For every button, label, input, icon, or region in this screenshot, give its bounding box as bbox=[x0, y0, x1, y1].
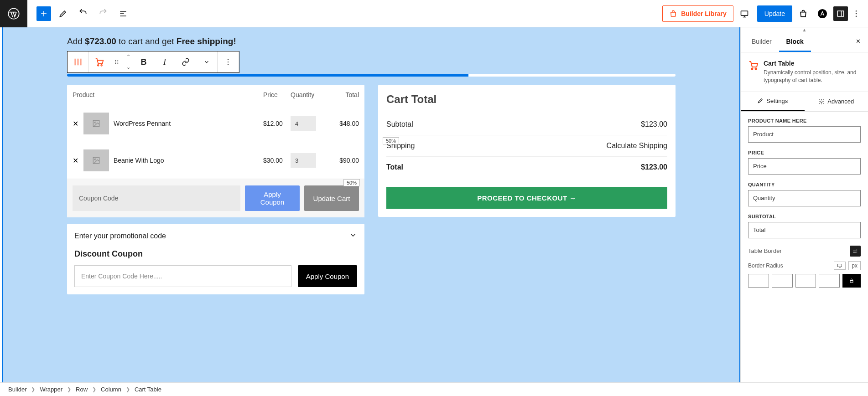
svg-point-12 bbox=[117, 62, 118, 62]
chevron-down-icon[interactable] bbox=[349, 231, 357, 241]
bag-icon[interactable] bbox=[795, 5, 811, 22]
builder-library-button[interactable]: Builder Library bbox=[662, 5, 733, 22]
advanced-subtab[interactable]: Advanced bbox=[805, 92, 868, 111]
redo-button[interactable] bbox=[95, 5, 111, 22]
settings-subtab[interactable]: Settings bbox=[741, 92, 805, 111]
unit-px[interactable]: px bbox=[848, 261, 861, 270]
breadcrumb-item[interactable]: Column bbox=[101, 386, 121, 393]
update-button[interactable]: Update bbox=[757, 5, 792, 22]
proceed-checkout-button[interactable]: PROCEED TO CHECKOUT → bbox=[386, 187, 667, 209]
total-label: Total bbox=[386, 163, 403, 171]
breadcrumb-item[interactable]: Builder bbox=[8, 386, 26, 393]
block-more-icon[interactable] bbox=[218, 51, 239, 72]
product-thumb bbox=[83, 113, 109, 134]
radius-input[interactable] bbox=[819, 274, 840, 288]
cart-block-icon[interactable] bbox=[89, 51, 110, 72]
svg-point-22 bbox=[752, 68, 753, 70]
coupon-code-input[interactable]: Coupon Code bbox=[73, 185, 240, 211]
header-price: Price bbox=[263, 91, 291, 98]
svg-point-2 bbox=[818, 9, 827, 18]
svg-point-15 bbox=[228, 59, 229, 60]
settings-gear-icon[interactable] bbox=[850, 246, 861, 257]
svg-point-13 bbox=[115, 63, 116, 64]
responsive-icon[interactable] bbox=[834, 262, 846, 270]
quantity-input[interactable]: 4 bbox=[291, 116, 316, 131]
subtotal-input[interactable] bbox=[748, 222, 861, 238]
radius-input[interactable] bbox=[748, 274, 769, 288]
product-name: Beanie With Logo bbox=[114, 157, 263, 164]
product-name-input[interactable] bbox=[748, 126, 861, 143]
undo-button[interactable] bbox=[75, 5, 91, 22]
builder-tab[interactable]: Builder bbox=[744, 32, 779, 52]
table-row: ✕ WordPress Pennant $12.00 4 $48.00 bbox=[67, 105, 364, 142]
table-border-label: Table Border bbox=[748, 247, 782, 254]
bold-button[interactable]: B bbox=[133, 51, 154, 72]
svg-point-8 bbox=[101, 65, 102, 66]
breadcrumb-item[interactable]: Cart Table bbox=[135, 386, 161, 393]
product-price: $30.00 bbox=[263, 157, 291, 164]
apply-promo-button[interactable]: Apply Coupon bbox=[298, 265, 357, 287]
svg-rect-26 bbox=[850, 280, 853, 283]
cart-total-card: Cart Total Subtotal $123.00 Shipping Cal… bbox=[378, 85, 676, 217]
price-input[interactable] bbox=[748, 158, 861, 175]
list-view-icon[interactable] bbox=[115, 5, 131, 22]
add-block-button[interactable] bbox=[36, 6, 51, 21]
row-subtotal: $90.00 bbox=[332, 157, 359, 164]
table-row: ✕ Beanie With Logo $30.00 3 $90.00 bbox=[67, 142, 364, 179]
apply-coupon-button[interactable]: ApplyCoupon bbox=[245, 185, 300, 211]
subtotal-field-label: SUBTOTAL bbox=[748, 214, 861, 219]
quantity-field-label: QUANTITY bbox=[748, 182, 861, 187]
cart-total-title: Cart Total bbox=[386, 93, 667, 106]
update-cart-button[interactable]: Update Cart 50% bbox=[304, 185, 359, 211]
breadcrumb: Builder❯ Wrapper❯ Row❯ Column❯ Cart Tabl… bbox=[0, 382, 868, 396]
promo-code-card: Enter your promotional code Discount Cou… bbox=[67, 224, 364, 294]
more-menu-icon[interactable] bbox=[848, 5, 864, 22]
remove-item-button[interactable]: ✕ bbox=[73, 119, 83, 128]
free-shipping-banner: Add $723.00 to cart and get Free shippin… bbox=[67, 36, 676, 46]
columns-icon[interactable] bbox=[68, 51, 88, 72]
svg-rect-3 bbox=[837, 11, 844, 16]
radius-input[interactable] bbox=[795, 274, 816, 288]
cart-table-icon bbox=[748, 60, 759, 84]
breadcrumb-item[interactable]: Wrapper bbox=[40, 386, 62, 393]
lock-icon[interactable] bbox=[842, 274, 861, 288]
desktop-view-icon[interactable] bbox=[736, 5, 753, 22]
svg-point-14 bbox=[117, 63, 118, 64]
product-name: WordPress Pennant bbox=[114, 120, 263, 127]
svg-point-23 bbox=[755, 68, 757, 70]
subtotal-value: $123.00 bbox=[641, 120, 667, 129]
percent-badge: 50% bbox=[343, 179, 360, 186]
top-toolbar: Builder Library Update bbox=[0, 0, 868, 27]
link-button[interactable] bbox=[175, 51, 196, 72]
svg-point-16 bbox=[228, 62, 229, 62]
svg-point-21 bbox=[94, 159, 96, 160]
svg-point-11 bbox=[115, 62, 116, 62]
block-tab[interactable]: Block bbox=[779, 32, 811, 52]
svg-point-17 bbox=[228, 64, 229, 65]
dropdown-button[interactable] bbox=[196, 51, 217, 72]
subtotal-label: Subtotal bbox=[386, 120, 413, 129]
calculate-shipping-link[interactable]: Calculate Shipping bbox=[607, 142, 667, 150]
product-price: $12.00 bbox=[263, 120, 291, 127]
remove-item-button[interactable]: ✕ bbox=[73, 156, 83, 165]
scroll-up-icon[interactable]: ▲ bbox=[741, 27, 868, 32]
edit-icon[interactable] bbox=[55, 5, 71, 22]
block-name: Cart Table bbox=[764, 60, 861, 67]
quantity-input-field[interactable] bbox=[748, 190, 861, 206]
svg-point-4 bbox=[856, 10, 857, 11]
close-sidebar-icon[interactable]: ✕ bbox=[852, 32, 864, 52]
italic-button[interactable]: I bbox=[154, 51, 175, 72]
breadcrumb-item[interactable]: Row bbox=[76, 386, 88, 393]
quantity-input[interactable]: 3 bbox=[291, 153, 316, 168]
sidebar-toggle-icon[interactable] bbox=[833, 6, 848, 21]
promo-code-input[interactable]: Enter Coupon Code Here..... bbox=[74, 265, 291, 287]
radius-input[interactable] bbox=[772, 274, 793, 288]
circle-a-icon[interactable] bbox=[814, 5, 831, 22]
wordpress-logo[interactable] bbox=[0, 0, 27, 27]
shipping-percent-badge: 50% bbox=[383, 137, 399, 144]
cart-table: Product Price Quantity Total ✕ WordPress… bbox=[67, 85, 364, 217]
product-thumb bbox=[83, 149, 109, 171]
drag-handle-icon[interactable] bbox=[110, 51, 124, 72]
move-arrows[interactable]: ⌃⌄ bbox=[124, 51, 133, 72]
block-toolbar: ⌃⌄ B I bbox=[67, 51, 239, 73]
